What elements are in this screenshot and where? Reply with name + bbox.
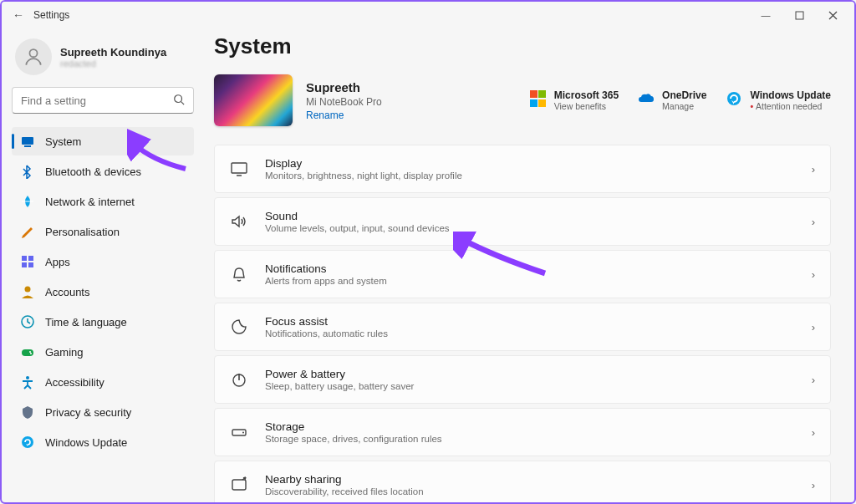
sidebar-item-label: Time & language (45, 316, 127, 328)
rename-link[interactable]: Rename (306, 109, 382, 121)
svg-point-20 (242, 432, 244, 434)
svg-rect-7 (22, 262, 27, 267)
settings-row-desc: Discoverability, received files location (265, 486, 812, 496)
sidebar-item-network[interactable]: Network & internet (12, 187, 194, 216)
page-title: System (214, 33, 831, 59)
svg-point-1 (29, 49, 37, 57)
svg-rect-11 (22, 349, 33, 356)
sidebar-item-label: Windows Update (45, 436, 127, 449)
settings-row-display[interactable]: DisplayMonitors, brightness, night light… (214, 145, 831, 193)
cloud-row: Microsoft 365View benefitsOneDriveManage… (529, 89, 831, 111)
window-title: Settings (33, 9, 69, 21)
chevron-right-icon: › (812, 426, 815, 439)
nav-list: SystemBluetooth & devicesNetwork & inter… (12, 127, 194, 456)
svg-rect-21 (232, 480, 246, 490)
search-input[interactable] (21, 94, 173, 107)
settings-row-power[interactable]: Power & batterySleep, battery usage, bat… (214, 355, 831, 404)
settings-row-title: Focus assist (265, 315, 812, 328)
cloud-item-wupdate[interactable]: Windows UpdateAttention needed (725, 89, 831, 111)
time-icon (20, 314, 35, 329)
user-profile[interactable]: Supreeth Koundinya redacted (12, 33, 194, 87)
settings-row-title: Storage (265, 420, 812, 433)
settings-row-focus[interactable]: Focus assistNotifications, automatic rul… (214, 303, 831, 351)
update-icon (20, 435, 35, 450)
minimize-button[interactable]: — (749, 3, 782, 27)
sidebar-item-label: Apps (45, 256, 70, 268)
cloud-title: Windows Update (750, 89, 831, 101)
settings-row-notifications[interactable]: NotificationsAlerts from apps and system… (214, 250, 831, 298)
focus-icon (230, 318, 248, 336)
cloud-sub: View benefits (554, 101, 619, 111)
settings-row-title: Sound (265, 210, 812, 222)
back-button[interactable]: ← (7, 8, 30, 22)
settings-row-desc: Monitors, brightness, night light, displ… (265, 171, 812, 181)
sidebar-item-accounts[interactable]: Accounts (12, 277, 194, 306)
network-icon (20, 194, 35, 209)
settings-row-sound[interactable]: SoundVolume levels, output, input, sound… (214, 197, 831, 246)
chevron-right-icon: › (812, 374, 815, 386)
chevron-right-icon: › (812, 479, 815, 491)
sidebar-item-privacy[interactable]: Privacy & security (12, 398, 194, 426)
user-email: redacted (60, 59, 166, 69)
sidebar-item-system[interactable]: System (12, 127, 194, 155)
wupdate-icon (725, 89, 743, 108)
settings-row-desc: Sleep, battery usage, battery saver (265, 381, 812, 391)
sidebar-item-personalisation[interactable]: Personalisation (12, 217, 194, 246)
sidebar-item-label: Personalisation (45, 226, 120, 238)
sidebar-item-gaming[interactable]: Gaming (12, 338, 194, 366)
sidebar-item-label: Network & internet (45, 196, 135, 208)
svg-rect-4 (24, 145, 31, 147)
settings-row-title: Power & battery (265, 368, 812, 380)
main-content: System Supreeth Mi NoteBook Pro Rename M… (201, 28, 854, 502)
device-model: Mi NoteBook Pro (306, 96, 382, 108)
cloud-sub: Manage (662, 101, 706, 111)
avatar (15, 38, 52, 75)
settings-row-nearby[interactable]: Nearby sharingDiscoverability, received … (214, 461, 831, 502)
cloud-item-onedrive[interactable]: OneDriveManage (637, 89, 706, 111)
settings-row-title: Nearby sharing (265, 473, 812, 486)
settings-row-storage[interactable]: StorageStorage space, drives, configurat… (214, 408, 831, 456)
accounts-icon (20, 284, 35, 299)
sidebar: Supreeth Koundinya redacted SystemBlueto… (2, 28, 201, 502)
device-row: Supreeth Mi NoteBook Pro Rename Microsof… (214, 74, 831, 126)
sidebar-item-update[interactable]: Windows Update (12, 428, 194, 456)
sidebar-item-label: Gaming (45, 346, 84, 359)
settings-row-desc: Alerts from apps and system (265, 276, 812, 286)
chevron-right-icon: › (812, 163, 815, 176)
svg-rect-17 (232, 163, 247, 173)
svg-point-14 (26, 376, 29, 379)
cloud-title: OneDrive (662, 89, 706, 101)
sidebar-item-label: Accessibility (45, 376, 104, 389)
sidebar-item-bluetooth[interactable]: Bluetooth & devices (12, 157, 194, 186)
sidebar-item-accessibility[interactable]: Accessibility (12, 368, 194, 396)
chevron-right-icon: › (812, 216, 815, 228)
sidebar-item-apps[interactable]: Apps (12, 247, 194, 276)
svg-point-12 (29, 351, 31, 353)
cloud-item-ms365[interactable]: Microsoft 365View benefits (529, 89, 619, 111)
system-icon (20, 134, 35, 149)
svg-rect-6 (28, 256, 33, 261)
maximize-button[interactable] (782, 3, 816, 27)
device-name: Supreeth (306, 80, 382, 94)
search-icon (173, 94, 185, 108)
device-wallpaper (214, 74, 293, 126)
chevron-right-icon: › (812, 268, 815, 281)
close-button[interactable] (816, 3, 849, 27)
search-box[interactable] (12, 87, 194, 114)
storage-icon (230, 423, 248, 441)
cloud-sub: Attention needed (750, 101, 831, 111)
sidebar-item-time[interactable]: Time & language (12, 308, 194, 336)
titlebar: ← Settings — (2, 2, 854, 28)
sidebar-item-label: Bluetooth & devices (45, 165, 141, 178)
notifications-icon (230, 265, 248, 283)
sidebar-item-label: Privacy & security (45, 406, 131, 419)
apps-icon (20, 254, 35, 269)
privacy-icon (20, 405, 35, 420)
settings-list: DisplayMonitors, brightness, night light… (214, 145, 831, 502)
bluetooth-icon (20, 164, 35, 179)
svg-rect-3 (22, 137, 33, 145)
onedrive-icon (637, 89, 655, 108)
accessibility-icon (20, 374, 35, 389)
settings-row-desc: Storage space, drives, configuration rul… (265, 434, 812, 444)
sidebar-item-label: Accounts (45, 286, 89, 298)
